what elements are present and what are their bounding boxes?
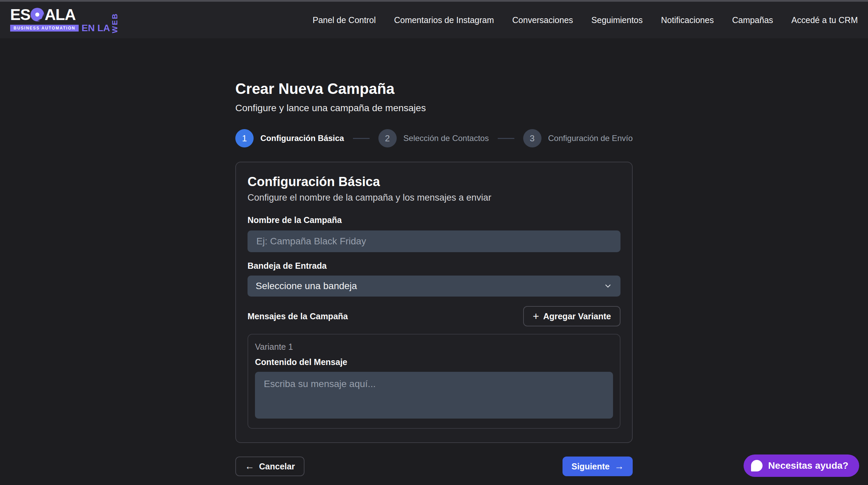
- cancel-label: Cancelar: [259, 462, 295, 471]
- nav-links: Panel de Control Comentarios de Instagra…: [313, 15, 858, 25]
- inbox-label: Bandeja de Entrada: [248, 261, 620, 271]
- escala-logo[interactable]: ES ALA BUSINESS AUTOMATION EN LA WEB: [10, 7, 119, 33]
- logo-word-end: ALA: [44, 7, 76, 22]
- variant-1-box: Variante 1 Contenido del Mensaje: [248, 334, 620, 429]
- logo-word-start: ES: [10, 7, 30, 22]
- variant-title: Variante 1: [255, 342, 613, 352]
- step-connector-2: [498, 138, 514, 139]
- help-chat-label: Necesitas ayuda?: [768, 460, 848, 471]
- step-2-seleccion-contactos[interactable]: 2 Selección de Contactos: [378, 129, 489, 147]
- logo-wordmark: ES ALA: [10, 7, 110, 22]
- nav-item-comentarios-instagram[interactable]: Comentarios de Instagram: [394, 15, 494, 25]
- messages-label: Mensajes de la Campaña: [248, 311, 348, 321]
- step-3-configuracion-envio[interactable]: 3 Configuración de Envío: [523, 129, 633, 147]
- card-title: Configuración Básica: [248, 175, 620, 189]
- top-navbar: ES ALA BUSINESS AUTOMATION EN LA WEB Pan…: [0, 2, 868, 38]
- card-subtitle: Configure el nombre de la campaña y los …: [248, 193, 620, 203]
- nav-item-panel-de-control[interactable]: Panel de Control: [313, 15, 376, 25]
- logo-badge: BUSINESS AUTOMATION: [10, 25, 79, 32]
- campaign-name-input[interactable]: [248, 230, 620, 252]
- chat-bubble-icon: [751, 460, 763, 471]
- add-variant-label: Agregar Variante: [543, 311, 611, 321]
- step-2-circle: 2: [378, 129, 397, 147]
- message-content-textarea[interactable]: [255, 372, 613, 419]
- inbox-select[interactable]: Seleccione una bandeja: [248, 276, 620, 297]
- step-1-configuracion-basica[interactable]: 1 Configuración Básica: [235, 129, 344, 147]
- main-content: Crear Nueva Campaña Configure y lance un…: [235, 38, 633, 476]
- next-button[interactable]: Siguiente →: [563, 457, 633, 476]
- logo-c-icon: [31, 8, 44, 21]
- arrow-left-icon: ←: [245, 462, 254, 471]
- step-1-label: Configuración Básica: [260, 134, 344, 143]
- basic-configuration-card: Configuración Básica Configure el nombre…: [235, 162, 633, 443]
- logo-main: ES ALA BUSINESS AUTOMATION EN LA: [10, 7, 110, 33]
- step-connector-1: [353, 138, 370, 139]
- logo-vertical-text: WEB: [111, 7, 119, 33]
- help-chat-button[interactable]: Necesitas ayuda?: [744, 454, 859, 477]
- next-label: Siguiente: [571, 462, 610, 471]
- page-subtitle: Configure y lance una campaña de mensaje…: [235, 103, 633, 114]
- page-title: Crear Nueva Campaña: [235, 80, 633, 97]
- campaign-stepper: 1 Configuración Básica 2 Selección de Co…: [235, 129, 633, 147]
- step-3-label: Configuración de Envío: [548, 134, 633, 143]
- logo-tagline: EN LA: [81, 23, 110, 33]
- arrow-right-icon: →: [614, 462, 624, 471]
- step-1-circle: 1: [235, 129, 254, 147]
- inbox-select-value: Seleccione una bandeja: [256, 281, 357, 291]
- step-3-circle: 3: [523, 129, 541, 147]
- logo-second-row: BUSINESS AUTOMATION EN LA: [10, 23, 110, 33]
- nav-item-conversaciones[interactable]: Conversaciones: [512, 15, 573, 25]
- add-variant-button[interactable]: + Agregar Variante: [523, 306, 620, 326]
- nav-item-accede-crm[interactable]: Accedé a tu CRM: [791, 15, 858, 25]
- footer-actions: ← Cancelar Siguiente →: [235, 457, 633, 476]
- nav-item-notificaciones[interactable]: Notificaciones: [661, 15, 714, 25]
- chevron-down-icon: [604, 282, 612, 290]
- message-content-label: Contenido del Mensaje: [255, 357, 613, 367]
- plus-icon: +: [533, 311, 539, 322]
- campaign-name-label: Nombre de la Campaña: [248, 215, 620, 225]
- step-2-label: Selección de Contactos: [403, 134, 489, 143]
- nav-item-campanas[interactable]: Campañas: [732, 15, 773, 25]
- nav-item-seguimientos[interactable]: Seguimientos: [591, 15, 643, 25]
- cancel-button[interactable]: ← Cancelar: [235, 457, 304, 476]
- messages-section-header: Mensajes de la Campaña + Agregar Variant…: [248, 306, 620, 326]
